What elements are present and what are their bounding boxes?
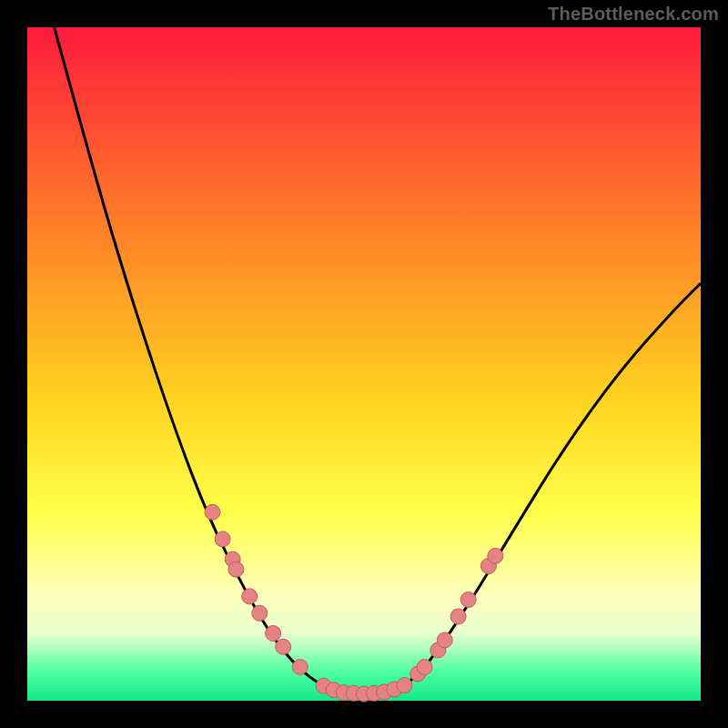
scatter-dot	[437, 632, 452, 648]
scatter-dot	[292, 660, 308, 675]
scatter-dot	[417, 660, 432, 675]
bottleneck-chart	[0, 0, 728, 728]
scatter-dot	[228, 561, 244, 577]
scatter-dot	[460, 592, 476, 608]
scatter-dot	[252, 605, 268, 621]
scatter-dot	[205, 504, 220, 520]
scatter-dot	[488, 548, 503, 563]
gradient-plot-area	[27, 27, 701, 701]
scatter-dot	[450, 609, 466, 624]
watermark-text: TheBottleneck.com	[548, 4, 719, 25]
scatter-dot	[242, 589, 258, 604]
scatter-dot	[266, 626, 281, 642]
scatter-dot	[276, 639, 291, 654]
chart-frame: TheBottleneck.com	[0, 0, 728, 728]
scatter-dot	[215, 531, 230, 547]
scatter-dot	[397, 677, 412, 693]
